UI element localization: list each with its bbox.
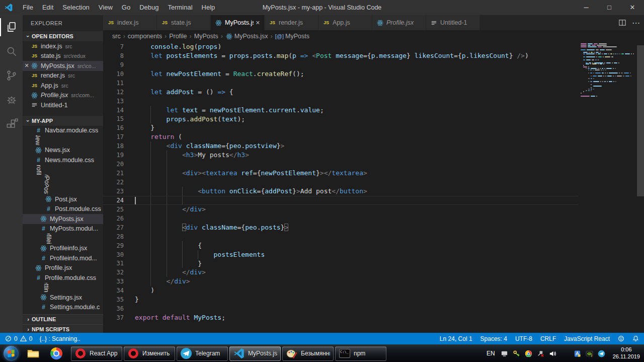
code-line[interactable]: 23<button onClick={addPost}>Add post</bu… bbox=[103, 187, 579, 196]
taskbar-button[interactable]: C:\_npm bbox=[335, 346, 386, 361]
open-editor-item[interactable]: JSstate.jssrc\redux bbox=[23, 51, 103, 61]
editor-tab[interactable]: JSstate.js bbox=[157, 15, 211, 30]
maximize-button[interactable]: □ bbox=[598, 0, 621, 15]
editor-tab[interactable]: Profile.jsx bbox=[372, 15, 426, 30]
code-line[interactable]: 20 bbox=[103, 160, 579, 169]
code-line[interactable]: 16} bbox=[103, 123, 579, 132]
language-mode[interactable]: JavaScript React bbox=[564, 335, 610, 342]
tree-item[interactable]: Profile bbox=[23, 165, 103, 175]
language-indicator[interactable]: EN bbox=[487, 350, 495, 357]
key-icon[interactable] bbox=[513, 350, 520, 357]
code-line[interactable]: 12let addPost = () => { bbox=[103, 88, 579, 97]
code-line[interactable]: 18<div className={peo.postview}> bbox=[103, 141, 579, 151]
editor-tab[interactable]: Untitled-1 bbox=[426, 15, 480, 30]
breadcrumb-item[interactable]: Profile bbox=[169, 33, 187, 40]
activity-debug[interactable] bbox=[0, 88, 23, 112]
breadcrumb-item[interactable]: MyPosts bbox=[194, 33, 218, 40]
close-button[interactable]: ✕ bbox=[621, 0, 644, 15]
scrollbar[interactable] bbox=[637, 42, 644, 333]
usb-safely-remove-icon[interactable] bbox=[537, 350, 544, 357]
errors-warnings[interactable]: 0 0 bbox=[5, 335, 32, 342]
menu-item-go[interactable]: Go bbox=[117, 0, 135, 15]
tree-item[interactable]: News bbox=[23, 135, 103, 146]
minimap[interactable] bbox=[581, 43, 635, 333]
tree-item[interactable]: #MyPosts.modul... bbox=[23, 224, 103, 234]
code-line[interactable]: 35} bbox=[103, 295, 579, 304]
open-editors-header[interactable]: › OPEN EDITORS bbox=[23, 31, 103, 41]
menu-item-help[interactable]: Help bbox=[197, 0, 220, 15]
tree-item[interactable]: Post bbox=[23, 185, 103, 195]
tree-item[interactable]: #Profileinfo.mod... bbox=[23, 253, 103, 263]
minimize-button[interactable]: ─ bbox=[575, 0, 598, 15]
taskbar-button[interactable]: React App - ... bbox=[71, 346, 122, 361]
feedback-smiley-icon[interactable] bbox=[618, 335, 624, 342]
code-line[interactable]: 17return ( bbox=[103, 132, 579, 141]
menu-item-edit[interactable]: Edit bbox=[38, 0, 58, 15]
editor-tab[interactable]: JSApp.js bbox=[318, 15, 372, 30]
tree-item[interactable]: Post.jsx bbox=[23, 194, 103, 204]
editor-tab[interactable]: JSrender.js bbox=[265, 15, 318, 30]
tree-item[interactable]: #Settings.module.c bbox=[23, 303, 103, 313]
code-line[interactable]: 24 bbox=[103, 196, 579, 205]
tree-item[interactable]: #Profile.module.css bbox=[23, 273, 103, 283]
breadcrumb-item[interactable]: [@]MyPosts bbox=[275, 33, 309, 40]
code-line[interactable]: 29{ bbox=[103, 241, 579, 250]
code-line[interactable]: 25</div> bbox=[103, 205, 579, 214]
scanning-status[interactable]: {..} : Scanning.. bbox=[39, 335, 80, 342]
indentation-status[interactable]: Spaces: 4 bbox=[480, 335, 507, 342]
tree-item[interactable]: MyPosts.jsx bbox=[23, 214, 103, 224]
taskbar-button[interactable]: Безымянны... bbox=[282, 346, 334, 361]
code-line[interactable]: 19<h3>My posts</h3> bbox=[103, 151, 579, 160]
open-editor-item[interactable]: Untitled-1 bbox=[23, 100, 103, 110]
activity-extensions[interactable] bbox=[0, 112, 23, 136]
npm-scripts-header[interactable]: › NPM SCRIPTS bbox=[23, 324, 103, 333]
code-line[interactable]: 30postsElements bbox=[103, 250, 579, 259]
display-icon[interactable] bbox=[501, 350, 508, 357]
menu-item-terminal[interactable]: Terminal bbox=[163, 0, 197, 15]
eol-status[interactable]: CRLF bbox=[540, 335, 556, 342]
code-line[interactable]: 36 bbox=[103, 304, 579, 313]
tree-item[interactable]: #News.module.css bbox=[23, 155, 103, 165]
outline-header[interactable]: › OUTLINE bbox=[23, 314, 103, 324]
breadcrumb-item[interactable]: components bbox=[128, 33, 162, 40]
code-line[interactable]: 33</div> bbox=[103, 277, 579, 286]
menu-item-file[interactable]: File bbox=[18, 0, 38, 15]
code-line[interactable]: 8let postsElements = props.posts.map(p =… bbox=[103, 51, 579, 60]
volume-icon[interactable] bbox=[549, 350, 556, 357]
tree-item[interactable]: Profileinfo bbox=[23, 234, 103, 244]
code-line[interactable]: 15props.addPost(text); bbox=[103, 115, 579, 124]
code-line[interactable]: 26 bbox=[103, 214, 579, 223]
nvidia-icon[interactable]: ! bbox=[586, 350, 593, 357]
breadcrumb-item[interactable]: src bbox=[112, 33, 121, 40]
code-line[interactable]: 7console.log(props) bbox=[103, 42, 579, 51]
editor-tab[interactable]: MyPosts.jsx✕ bbox=[211, 15, 265, 30]
editor-tab[interactable]: JSindex.js bbox=[103, 15, 157, 30]
open-editor-item[interactable]: JSApp.jssrc bbox=[23, 81, 103, 91]
code-line[interactable]: 32</div> bbox=[103, 268, 579, 277]
taskbar-button[interactable]: Изменить сн... bbox=[124, 346, 175, 361]
menu-item-debug[interactable]: Debug bbox=[135, 0, 163, 15]
close-icon[interactable]: ✕ bbox=[23, 62, 31, 69]
tree-item[interactable]: MyPosts bbox=[23, 175, 103, 185]
tree-item[interactable]: #Navbar.module.css bbox=[23, 126, 103, 136]
breadcrumb-item[interactable]: MyPosts.jsx bbox=[225, 33, 268, 40]
tree-item[interactable]: #Post.module.css bbox=[23, 204, 103, 214]
encoding-status[interactable]: UTF-8 bbox=[515, 335, 532, 342]
code-line[interactable]: 37export default MyPosts; bbox=[103, 313, 579, 322]
code-line[interactable]: 21<div><textarea ref={newPostElement}></… bbox=[103, 169, 579, 178]
pinned-chrome[interactable] bbox=[49, 346, 64, 361]
tree-item[interactable]: News.jsx bbox=[23, 146, 103, 156]
chrome-icon[interactable] bbox=[525, 350, 532, 357]
code-line[interactable]: 28 bbox=[103, 232, 579, 241]
code-line[interactable]: 14let text = newPostElement.current.valu… bbox=[103, 106, 579, 115]
activity-explorer[interactable] bbox=[0, 15, 23, 39]
open-editor-item[interactable]: JSindex.jssrc bbox=[23, 41, 103, 51]
tab-close-icon[interactable]: ✕ bbox=[256, 20, 260, 26]
project-header[interactable]: › MY-APP bbox=[23, 116, 103, 126]
pinned-explorer[interactable] bbox=[26, 346, 41, 361]
code-editor[interactable]: 7console.log(props)8let postsElements = … bbox=[103, 42, 644, 333]
tree-item[interactable]: Settings bbox=[23, 283, 103, 293]
tree-item[interactable]: Profileinfo.jsx bbox=[23, 244, 103, 254]
activity-source-control[interactable] bbox=[0, 63, 23, 88]
tree-item[interactable]: Settings.jsx bbox=[23, 293, 103, 303]
